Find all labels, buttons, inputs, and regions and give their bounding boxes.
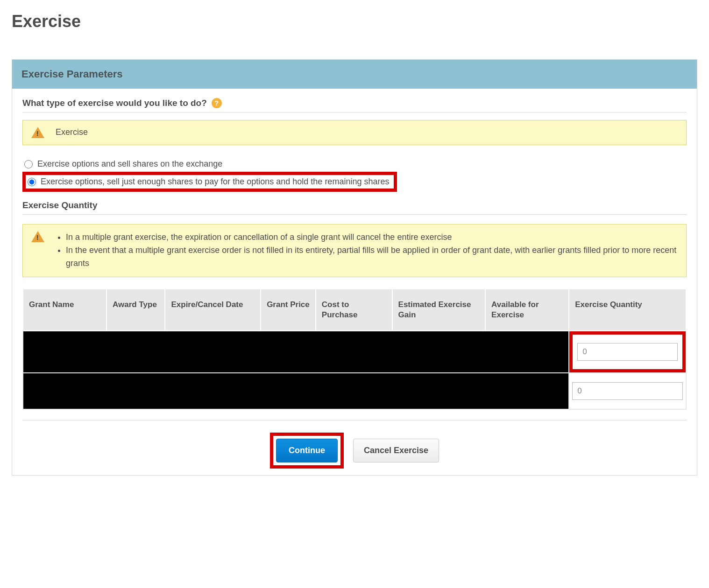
highlight-qty-input <box>569 331 686 372</box>
alert-quantity-notes: In a multiple grant exercise, the expira… <box>22 224 687 277</box>
th-estimated-gain: Estimated Exercise Gain <box>392 289 486 331</box>
help-icon[interactable]: ? <box>212 98 222 108</box>
radio-label-sell-all: Exercise options and sell shares on the … <box>37 159 222 169</box>
th-award-type: Award Type <box>106 289 165 331</box>
redacted-cell <box>23 373 569 409</box>
th-grant-price: Grant Price <box>261 289 316 331</box>
exercise-quantity-input[interactable] <box>572 382 683 400</box>
th-cost-purchase: Cost to Purchase <box>316 289 392 331</box>
exercise-quantity-title: Exercise Quantity <box>22 200 687 215</box>
warning-icon <box>31 127 44 138</box>
exercise-parameters-panel: Exercise Parameters What type of exercis… <box>12 59 697 476</box>
warning-icon <box>31 231 44 242</box>
radio-input-sell-to-cover[interactable] <box>28 178 36 186</box>
page-title: Exercise <box>12 12 697 31</box>
radio-option-sell-all[interactable]: Exercise options and sell shares on the … <box>22 156 687 172</box>
table-header-row: Grant Name Award Type Expire/Cancel Date… <box>23 289 686 331</box>
alert-text: Exercise <box>56 127 88 137</box>
table-row <box>23 331 686 373</box>
th-grant-name: Grant Name <box>23 289 106 331</box>
footer-buttons: Continue Cancel Exercise <box>22 420 687 475</box>
redacted-cell <box>23 331 569 373</box>
panel-body: What type of exercise would you like to … <box>12 89 697 475</box>
table-row <box>23 373 686 409</box>
th-expire-date: Expire/Cancel Date <box>165 289 261 331</box>
exercise-quantity-input[interactable] <box>577 343 678 361</box>
highlight-continue: Continue <box>270 433 344 469</box>
cancel-exercise-button[interactable]: Cancel Exercise <box>353 439 439 462</box>
alert-note-2: In the event that a multiple grant exerc… <box>66 244 678 270</box>
alert-note-1: In a multiple grant exercise, the expira… <box>66 231 678 244</box>
radio-option-sell-to-cover[interactable]: Exercise options, sell just enough share… <box>28 177 389 187</box>
alert-notes-list: In a multiple grant exercise, the expira… <box>56 231 678 270</box>
qty-cell <box>569 331 686 373</box>
exercise-type-radio-group: Exercise options and sell shares on the … <box>22 156 687 192</box>
highlight-sell-to-cover: Exercise options, sell just enough share… <box>22 172 397 192</box>
exercise-type-question: What type of exercise would you like to … <box>22 98 687 112</box>
grant-table: Grant Name Award Type Expire/Cancel Date… <box>22 288 687 410</box>
alert-exercise-type: Exercise <box>22 120 687 145</box>
qty-cell <box>569 373 686 409</box>
radio-label-sell-to-cover: Exercise options, sell just enough share… <box>41 177 389 187</box>
panel-header: Exercise Parameters <box>12 60 697 89</box>
radio-input-sell-all[interactable] <box>24 160 33 168</box>
question-text: What type of exercise would you like to … <box>22 98 207 108</box>
th-available: Available for Exercise <box>485 289 569 331</box>
continue-button[interactable]: Continue <box>276 439 338 462</box>
th-exercise-qty: Exercise Quantity <box>569 289 686 331</box>
